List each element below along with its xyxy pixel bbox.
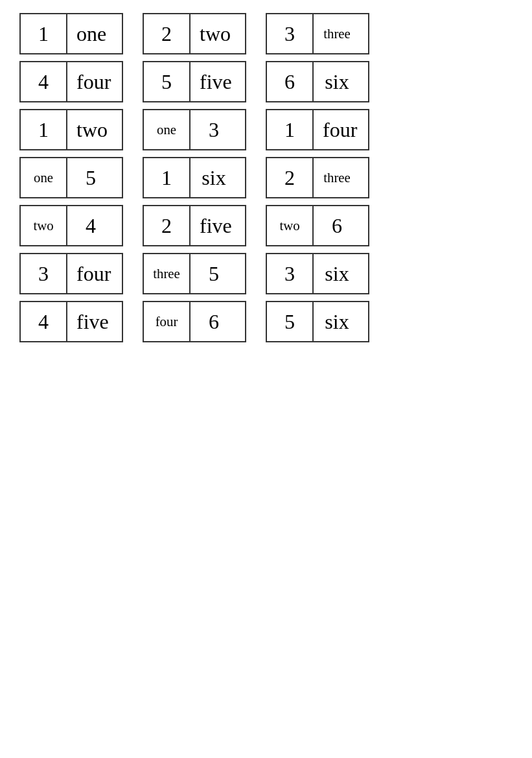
cell-left-1-2: 6 [267, 62, 314, 101]
card-1-0: 4four [19, 61, 123, 102]
card-5-1: three5 [143, 253, 246, 294]
cell-left-3-1: 1 [144, 158, 191, 197]
cell-left-0-0: 1 [21, 14, 67, 53]
card-3-2: 2three [266, 157, 369, 198]
card-0-2: 3three [266, 13, 369, 54]
cell-right-1-1: five [191, 62, 241, 101]
card-4-1: 2five [143, 205, 246, 246]
main-grid: 1one2two3three4four5five6six1twoone31fou… [0, 0, 532, 355]
cell-left-5-2: 3 [267, 254, 314, 293]
cell-right-5-1: 5 [191, 254, 237, 293]
cell-left-2-1: one [144, 110, 191, 149]
cell-right-6-0: five [67, 302, 118, 341]
cell-right-4-0: 4 [67, 206, 114, 245]
cell-left-0-2: 3 [267, 14, 314, 53]
card-2-2: 1four [266, 109, 369, 150]
cell-right-3-1: six [191, 158, 237, 197]
cell-right-5-0: four [67, 254, 120, 293]
cell-right-4-1: five [191, 206, 241, 245]
cell-left-1-1: 5 [144, 62, 191, 101]
card-1-2: 6six [266, 61, 369, 102]
cell-left-5-0: 3 [21, 254, 67, 293]
card-5-0: 3four [19, 253, 123, 294]
cell-left-2-0: 1 [21, 110, 67, 149]
cell-right-5-2: six [314, 254, 360, 293]
cell-right-0-1: two [191, 14, 240, 53]
card-6-1: four6 [143, 301, 246, 342]
row-2: 1twoone31four [19, 109, 513, 150]
cell-right-0-2: three [314, 14, 360, 53]
card-4-0: two4 [19, 205, 123, 246]
cell-right-2-0: two [67, 110, 117, 149]
cell-right-6-2: six [314, 302, 360, 341]
card-0-1: 2two [143, 13, 246, 54]
cell-left-0-1: 2 [144, 14, 191, 53]
card-1-1: 5five [143, 61, 246, 102]
cell-left-5-1: three [144, 254, 191, 293]
row-5: 3fourthree53six [19, 253, 513, 294]
cell-right-0-0: one [67, 14, 115, 53]
cell-right-6-1: 6 [191, 302, 237, 341]
cell-right-3-2: three [314, 158, 360, 197]
card-6-0: 4five [19, 301, 123, 342]
cell-left-6-2: 5 [267, 302, 314, 341]
row-3: one51six2three [19, 157, 513, 198]
cell-left-6-0: 4 [21, 302, 67, 341]
cell-right-2-2: four [314, 110, 366, 149]
cell-right-4-2: 6 [314, 206, 360, 245]
row-1: 4four5five6six [19, 61, 513, 102]
cell-right-2-1: 3 [191, 110, 237, 149]
cell-left-4-1: 2 [144, 206, 191, 245]
card-2-0: 1two [19, 109, 123, 150]
row-0: 1one2two3three [19, 13, 513, 54]
cell-left-3-0: one [21, 158, 67, 197]
card-6-2: 5six [266, 301, 369, 342]
card-0-0: 1one [19, 13, 123, 54]
card-3-0: one5 [19, 157, 123, 198]
card-3-1: 1six [143, 157, 246, 198]
row-6: 4fivefour65six [19, 301, 513, 342]
card-2-1: one3 [143, 109, 246, 150]
cell-left-2-2: 1 [267, 110, 314, 149]
cell-right-1-2: six [314, 62, 360, 101]
card-4-2: two6 [266, 205, 369, 246]
cell-right-3-0: 5 [67, 158, 114, 197]
card-5-2: 3six [266, 253, 369, 294]
cell-left-3-2: 2 [267, 158, 314, 197]
cell-left-4-0: two [21, 206, 67, 245]
row-4: two42fivetwo6 [19, 205, 513, 246]
cell-left-4-2: two [267, 206, 314, 245]
cell-left-1-0: 4 [21, 62, 67, 101]
cell-right-1-0: four [67, 62, 120, 101]
cell-left-6-1: four [144, 302, 191, 341]
